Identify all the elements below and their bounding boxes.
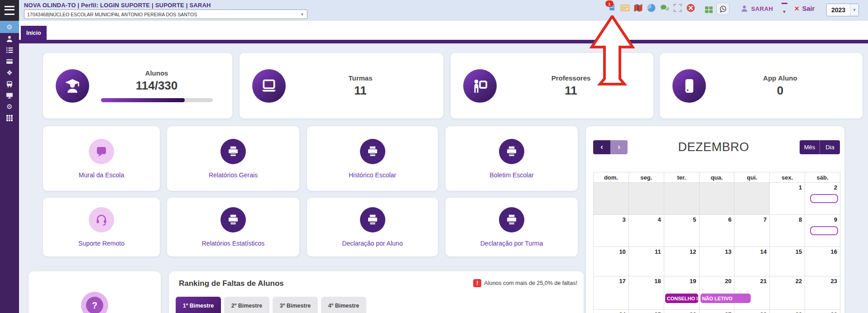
whatsapp-button[interactable] bbox=[716, 3, 729, 15]
calendar-event-outline[interactable] bbox=[810, 194, 838, 203]
tile-suporte-remoto[interactable]: Suporte Remoto bbox=[43, 198, 160, 256]
tile-boletim-escolar[interactable]: Boletim Escolar bbox=[446, 126, 578, 191]
table-grid-icon bbox=[6, 114, 13, 122]
warning-text: Alunos com mais de 25,0% de faltas! bbox=[484, 280, 577, 286]
calendar-cell[interactable]: 19CONSELHO I bbox=[664, 276, 700, 310]
alunos-progress-bar bbox=[101, 98, 213, 102]
sidebar-item-config[interactable]: ⚙ bbox=[0, 101, 19, 112]
calendar-cell[interactable]: 16 bbox=[805, 247, 840, 276]
calendar-cell[interactable]: 10 bbox=[594, 247, 629, 276]
calendar-cell[interactable] bbox=[664, 183, 700, 215]
calendar-cell[interactable]: 26 bbox=[664, 310, 700, 313]
calendar-weekday: sex. bbox=[770, 172, 805, 183]
records-list-button[interactable] bbox=[620, 3, 630, 13]
calendar-cell[interactable]: 9 bbox=[805, 215, 840, 247]
calendar-next-button[interactable]: › bbox=[610, 140, 628, 154]
stat-card-turmas: Turmas 11 bbox=[240, 53, 443, 119]
calendar-cell[interactable]: 15 bbox=[770, 247, 805, 276]
close-session-button[interactable] bbox=[686, 3, 695, 13]
user-dropdown-button[interactable]: ▼ bbox=[780, 3, 788, 14]
tile-label: Suporte Remoto bbox=[78, 240, 125, 247]
calendar-cell[interactable]: 4 bbox=[629, 215, 664, 247]
sidebar-item-storage[interactable]: ❖ bbox=[0, 67, 19, 78]
calendar-cell[interactable]: 21 bbox=[734, 276, 770, 310]
calendar-day-number: 18 bbox=[654, 278, 661, 285]
calendar-cell[interactable]: 23 bbox=[805, 276, 840, 310]
chat-bubbles-icon bbox=[660, 3, 669, 13]
messages-button[interactable] bbox=[660, 3, 669, 13]
calendar-cell[interactable]: 13 bbox=[700, 247, 735, 276]
view-day-button[interactable]: Dia bbox=[820, 140, 840, 154]
statistics-button[interactable] bbox=[647, 3, 656, 13]
calendar-day-number: 11 bbox=[655, 248, 661, 255]
tile-declaracao-por-turma[interactable]: Declaração por Turma bbox=[446, 198, 578, 256]
user-menu[interactable]: SARAH bbox=[740, 5, 773, 13]
calendar-cell[interactable]: 27 bbox=[700, 310, 735, 313]
calendar-cell[interactable]: 6 bbox=[700, 215, 735, 247]
calendar-cell[interactable]: 3 bbox=[594, 215, 629, 247]
calendar-cell[interactable]: 12 bbox=[664, 247, 700, 276]
calendar-cell[interactable] bbox=[700, 183, 735, 215]
tab-1-bimestre[interactable]: 1º Bimestre bbox=[176, 297, 221, 313]
calendar-prev-button[interactable]: ‹ bbox=[593, 140, 610, 154]
calendar-cell[interactable]: 22 bbox=[770, 276, 805, 310]
logout-button[interactable]: ✕ Sair bbox=[794, 5, 815, 12]
notifications-ribbon-button[interactable]: 1 bbox=[607, 3, 617, 13]
sidebar-item-lists[interactable] bbox=[0, 44, 19, 56]
calendar-event-outline[interactable] bbox=[810, 226, 838, 235]
spreadsheet-button[interactable] bbox=[704, 5, 714, 14]
tile-relatorios-estatisticos[interactable]: Relatórios Estatísticos bbox=[167, 198, 299, 256]
map-button[interactable] bbox=[633, 3, 643, 13]
sidebar-item-payments[interactable] bbox=[0, 56, 19, 67]
tile-label: Declaração por Turma bbox=[480, 240, 543, 247]
tile-label: Relatórios Gerais bbox=[209, 171, 258, 179]
calendar-cell[interactable]: 28 bbox=[734, 310, 770, 313]
calendar-cell[interactable]: 30 bbox=[805, 310, 840, 313]
calendar-cell[interactable]: 5 bbox=[664, 215, 700, 247]
calendar-event[interactable]: CONSELHO I bbox=[665, 294, 699, 303]
calendar-cell[interactable]: 24 bbox=[594, 310, 629, 313]
sidebar-item-transport[interactable] bbox=[0, 78, 19, 90]
fullscreen-button[interactable] bbox=[673, 3, 682, 13]
hamburger-menu-button[interactable] bbox=[0, 0, 19, 21]
calendar-cell[interactable]: 17 bbox=[594, 276, 629, 310]
calendar-cell[interactable]: 14 bbox=[734, 247, 770, 276]
tab-2-bimestre[interactable]: 2º Bimestre bbox=[224, 297, 269, 313]
calendar-day-number: 20 bbox=[725, 278, 731, 285]
calendar-cell[interactable] bbox=[594, 183, 629, 215]
calendar-cell[interactable] bbox=[629, 183, 664, 215]
tile-relatorios-gerais[interactable]: Relatórios Gerais bbox=[167, 126, 299, 191]
sidebar-item-tables[interactable] bbox=[0, 112, 19, 123]
tab-inicio[interactable]: Início bbox=[21, 26, 47, 40]
calendar-day-number: 26 bbox=[690, 311, 696, 313]
calendar-day-number: 19 bbox=[690, 278, 696, 285]
calendar-cell[interactable] bbox=[734, 183, 770, 215]
calendar-weekday: ter. bbox=[664, 172, 700, 183]
tile-help[interactable]: ? bbox=[29, 271, 161, 313]
topbar: NOVA OLINDA-TO | Perfil: LOGIN SUPORTE |… bbox=[19, 0, 868, 21]
tile-declaracao-por-aluno[interactable]: Declaração por Aluno bbox=[307, 198, 438, 256]
calendar-event[interactable]: NÃO LETIVO bbox=[700, 294, 751, 303]
view-month-button[interactable]: Mês bbox=[800, 140, 820, 154]
calendar-cell[interactable]: 29 bbox=[770, 310, 805, 313]
sidebar-item-settings[interactable]: ⚙ bbox=[0, 21, 19, 33]
calendar-cell[interactable]: 7 bbox=[734, 215, 770, 247]
calendar-cell[interactable]: 8 bbox=[770, 215, 805, 247]
stat-card-app-aluno: App Aluno 0 bbox=[660, 53, 863, 119]
calendar-cell[interactable]: 1 bbox=[770, 183, 805, 215]
tile-mural-da-escola[interactable]: Mural da Escola bbox=[43, 126, 160, 191]
school-select[interactable]: 17043468|NÚCLEO ESCOLAR MUNICIPAL ANTONI… bbox=[24, 9, 307, 19]
tab-row: Início bbox=[19, 21, 868, 40]
calendar-cell[interactable]: 20NÃO LETIVO bbox=[700, 276, 735, 310]
sidebar-item-devices[interactable] bbox=[0, 90, 19, 101]
tab-3-bimestre[interactable]: 3º Bimestre bbox=[273, 297, 318, 313]
credit-card-icon bbox=[6, 58, 13, 65]
calendar-cell[interactable]: 25 bbox=[629, 310, 664, 313]
tile-historico-escolar[interactable]: Histórico Escolar bbox=[307, 126, 438, 191]
calendar-cell[interactable]: 2 bbox=[805, 183, 840, 215]
calendar-cell[interactable]: 18 bbox=[629, 276, 664, 310]
calendar-cell[interactable]: 11 bbox=[629, 247, 664, 276]
year-select[interactable]: 2023 ▼ bbox=[826, 4, 859, 16]
tab-4-bimestre[interactable]: 4º Bimestre bbox=[321, 297, 366, 313]
sidebar-item-people[interactable] bbox=[0, 33, 19, 44]
